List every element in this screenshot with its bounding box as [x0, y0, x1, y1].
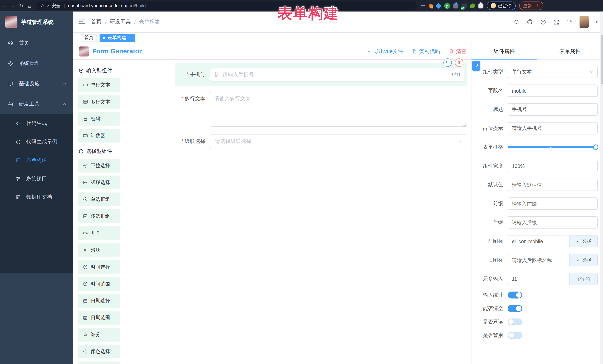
component-label: 密码 — [91, 115, 100, 122]
disabled-toggle[interactable] — [508, 332, 522, 339]
component-item-time[interactable]: 时间选择 — [78, 260, 120, 274]
extension-green-icon[interactable]: y — [444, 3, 450, 9]
tab-component-props[interactable]: 组件属性 — [471, 43, 537, 59]
browser-menu-icon[interactable]: ⋮ — [535, 3, 539, 9]
delete-field-button[interactable] — [455, 58, 464, 67]
component-item-input[interactable]: 单行文本 — [78, 78, 120, 92]
default-value-input[interactable] — [508, 179, 598, 191]
sidebar-item-api[interactable]: 系统接口 — [0, 169, 73, 188]
component-label: 颜色选择 — [91, 348, 110, 355]
font-size-icon[interactable] — [566, 18, 573, 25]
tab-form-props[interactable]: 表单属性 — [537, 43, 603, 59]
canvas-field-cascade[interactable]: *级联选择 请选择级联选择 — [174, 134, 467, 148]
search-icon[interactable] — [514, 19, 520, 25]
brand[interactable]: 芋道管理系统 — [0, 11, 73, 33]
copy-code-button[interactable]: 复制代码 — [412, 48, 440, 55]
placeholder-input[interactable] — [508, 122, 598, 134]
prop-row-field: 字段名 — [471, 85, 598, 97]
sidebar-item-form-build[interactable]: 表单构建 — [0, 151, 73, 169]
reload-icon[interactable]: ↻ — [17, 3, 25, 9]
prefix-input[interactable] — [508, 197, 598, 210]
user-avatar[interactable] — [580, 16, 589, 28]
cascade-select[interactable]: 请选择级联选择 — [210, 134, 467, 148]
phone-input[interactable] — [210, 68, 464, 82]
extension-qr-icon[interactable]: QR — [462, 3, 467, 8]
extension-gem-icon[interactable] — [435, 3, 441, 9]
suffix-icon-input[interactable] — [508, 254, 569, 266]
bookmark-icon[interactable]: ☆ — [421, 3, 425, 9]
extension-drop-icon[interactable] — [453, 3, 458, 8]
component-item-time-range[interactable]: 时间范围 — [78, 277, 120, 291]
component-item-textarea[interactable]: 多行文本 — [78, 95, 120, 109]
component-item-counter[interactable]: 计数器 — [78, 129, 120, 143]
component-item-rate[interactable]: 评分 — [78, 328, 120, 342]
prop-row-clearable: 能否清空 — [471, 305, 598, 312]
width-input[interactable] — [508, 160, 598, 172]
forward-icon[interactable]: → — [9, 3, 17, 9]
title-input[interactable] — [508, 103, 598, 116]
tag-form-build[interactable]: 表单构建 × — [100, 34, 135, 42]
component-item-password[interactable]: 密码 — [78, 112, 120, 126]
tag-home[interactable]: 首页 — [81, 34, 97, 42]
breadcrumb-devtools[interactable]: 研发工具 — [110, 18, 131, 25]
extensions-puzzle-icon[interactable] — [478, 3, 483, 8]
sidebar-toggle-icon[interactable] — [79, 18, 85, 25]
resize-handle[interactable] — [463, 123, 466, 127]
home-icon[interactable]: ⌂ — [25, 3, 34, 9]
component-item-checkbox[interactable]: 多选框组 — [78, 210, 120, 223]
extension-orange-icon[interactable]: 1 — [429, 4, 433, 8]
sidebar-item-db-doc[interactable]: 数据库文档 — [0, 188, 73, 206]
component-item-cascade[interactable]: 级联选择 — [78, 176, 120, 189]
window-scrollbar[interactable] — [600, 11, 603, 364]
help-icon[interactable] — [540, 19, 547, 25]
user-menu-caret-icon[interactable]: ▾ — [596, 20, 598, 24]
prop-row-maxlength: 最多输入 个字符 — [471, 273, 598, 285]
readonly-toggle[interactable] — [508, 318, 522, 325]
extension-plant-icon[interactable] — [470, 3, 475, 8]
component-item-select[interactable]: 下拉选择 — [78, 159, 120, 173]
profile-paused-chip[interactable]: 已暂停 — [487, 1, 515, 10]
component-item-date[interactable]: 日期选择 — [78, 294, 120, 308]
sidebar-item-code-demo[interactable]: 代码生成示例 — [0, 132, 73, 151]
prop-label: 前图标 — [471, 238, 508, 245]
choose-prefix-icon-button[interactable]: 选择 — [569, 235, 598, 247]
maxlength-input[interactable] — [508, 273, 569, 285]
close-icon[interactable]: × — [129, 36, 132, 40]
sidebar-item-system[interactable]: 系统管理 — [0, 53, 73, 73]
sidebar-item-code-gen[interactable]: 代码生成 — [0, 114, 73, 132]
component-item-switch[interactable]: 开关 — [78, 226, 120, 240]
clearable-toggle[interactable] — [508, 305, 522, 312]
selected-component-handle[interactable] — [472, 61, 480, 71]
component-item-date-range[interactable]: 日期范围 — [78, 311, 120, 325]
component-item-color[interactable]: 颜色选择 — [78, 344, 120, 358]
form-grid-slider[interactable] — [508, 141, 598, 153]
update-button[interactable]: 更新 ⋮ — [519, 1, 543, 10]
address-bar[interactable]: ⚠ 不安全 | dashboard.yudao.iocoder.cn /tool… — [36, 1, 417, 10]
multiline-textarea[interactable] — [210, 92, 467, 127]
fullscreen-icon[interactable] — [553, 19, 560, 25]
canvas-field-phone[interactable]: *手机号 0/11 — [174, 63, 467, 87]
component-type-select[interactable] — [508, 66, 598, 78]
clear-button[interactable]: 清空 — [448, 48, 466, 55]
sidebar-item-home[interactable]: 首页 — [0, 33, 73, 53]
suffix-input[interactable] — [508, 216, 598, 229]
breadcrumb-home[interactable]: 首页 — [91, 18, 102, 25]
prefix-icon-input[interactable] — [508, 235, 569, 247]
back-icon[interactable]: ← — [0, 3, 9, 9]
component-item-upload[interactable]: 上传 — [78, 361, 120, 364]
github-icon[interactable] — [527, 18, 533, 25]
sidebar-item-infra[interactable]: 基础设施 — [0, 73, 73, 94]
component-item-slider[interactable]: 滑块 — [78, 243, 120, 257]
choose-suffix-icon-button[interactable]: 选择 — [569, 254, 598, 266]
duplicate-field-button[interactable] — [443, 58, 452, 67]
component-label: 单选框组 — [91, 196, 110, 203]
component-item-radio[interactable]: 单选框组 — [78, 192, 120, 206]
show-count-toggle[interactable] — [508, 292, 522, 298]
slider-thumb[interactable] — [593, 144, 598, 150]
unit-label: 个字符 — [576, 276, 591, 282]
canvas-field-textarea[interactable]: *多行文本 — [174, 92, 467, 128]
field-name-input[interactable] — [508, 85, 598, 97]
export-vue-button[interactable]: 导出vue文件 — [366, 48, 403, 55]
scrollbar-thumb[interactable] — [601, 35, 603, 85]
sidebar-item-devtools[interactable]: 研发工具 — [0, 94, 73, 114]
